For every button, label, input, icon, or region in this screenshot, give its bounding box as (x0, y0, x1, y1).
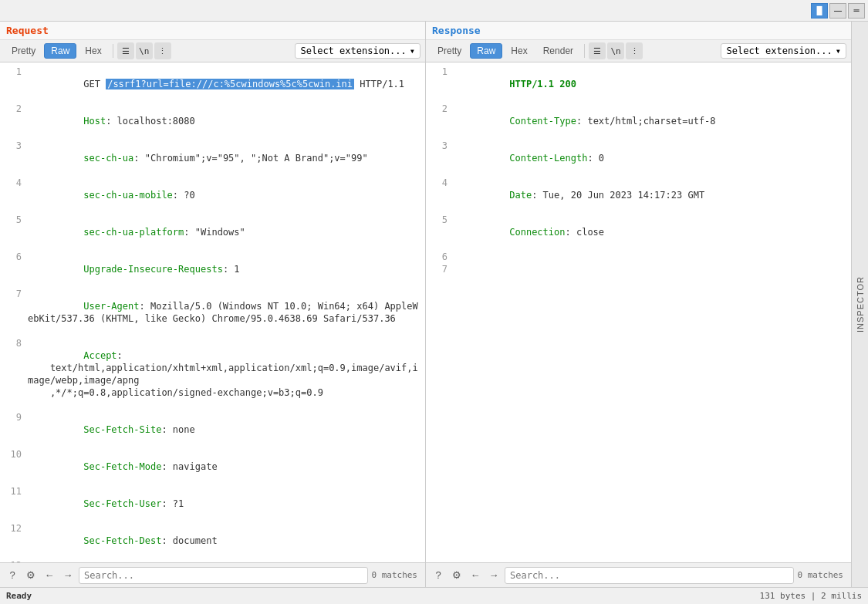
code-line: 3 sec-ch-ua: "Chromium";v="95", ";Not A … (0, 140, 425, 177)
inspector-sidebar[interactable]: INSPECTOR (851, 22, 868, 587)
code-line: 3 Content-Length: 0 (426, 140, 851, 177)
response-tab-raw[interactable]: Raw (470, 43, 502, 59)
inspector-label: INSPECTOR (856, 276, 865, 332)
request-tab-pretty[interactable]: Pretty (5, 43, 42, 59)
response-title: Response (426, 22, 851, 40)
code-line: 5 Connection: close (426, 214, 851, 251)
view-toggle-split[interactable]: ▐▌ (811, 3, 828, 19)
response-tab-pretty[interactable]: Pretty (431, 43, 468, 59)
status-right-info: 131 bytes | 2 millis (760, 591, 862, 601)
request-search-input[interactable] (79, 567, 368, 584)
request-search-settings-btn[interactable]: ⚙ (23, 568, 39, 583)
code-line: 5 sec-ch-ua-platform: "Windows" (0, 214, 425, 251)
top-bar: ▐▌ — ═ (0, 0, 868, 22)
request-search-bar: ? ⚙ ← → 0 matches (0, 562, 425, 587)
code-line: 8 Accept: text/html,application/xhtml+xm… (0, 337, 425, 411)
request-title: Request (0, 22, 425, 40)
code-line: 4 sec-ch-ua-mobile: ?0 (0, 177, 425, 214)
code-line: 11 Sec-Fetch-User: ?1 (0, 485, 425, 522)
request-tab-hex[interactable]: Hex (78, 43, 108, 59)
code-line: 9 Sec-Fetch-Site: none (0, 411, 425, 448)
response-ext-select[interactable]: Select extension... ▾ (721, 43, 846, 59)
view-toggle-horizontal[interactable]: — (829, 3, 846, 19)
response-menu-icon[interactable]: ⋮ (626, 42, 643, 59)
request-tab-raw[interactable]: Raw (44, 43, 76, 59)
list-icon[interactable]: ☰ (117, 42, 134, 59)
code-line: 1 HTTP/1.1 200 (426, 66, 851, 103)
code-line: 2 Content-Type: text/html;charset=utf-8 (426, 103, 851, 140)
response-search-half: ? ⚙ ← → 0 matches (426, 563, 851, 587)
response-tab-hex[interactable]: Hex (504, 43, 534, 59)
request-toolbar: Pretty Raw Hex ☰ \n ⋮ Select extension..… (0, 40, 425, 62)
request-search-help-btn[interactable]: ? (5, 568, 20, 583)
menu-icon[interactable]: ⋮ (154, 42, 171, 59)
response-newline-icon[interactable]: \n (607, 42, 624, 59)
code-line: 7 User-Agent: Mozilla/5.0 (Windows NT 10… (0, 288, 425, 337)
request-search-next-btn[interactable]: → (60, 568, 76, 583)
response-search-input[interactable] (505, 567, 794, 584)
toolbar-sep-1 (113, 44, 113, 58)
request-search-half: ? ⚙ ← → 0 matches (0, 563, 425, 587)
status-ready-text: Ready (6, 591, 32, 601)
response-search-prev-btn[interactable]: ← (468, 568, 483, 583)
code-line: 7 (426, 263, 851, 275)
request-matches-count: 0 matches (371, 570, 420, 580)
request-code-area: 1 GET /ssrf1?url=file:///c:%5cwindows%5c… (0, 62, 425, 562)
code-line: 12 Sec-Fetch-Dest: document (0, 522, 425, 559)
code-line: 2 Host: localhost:8080 (0, 103, 425, 140)
view-toggles: ▐▌ — ═ (811, 3, 865, 19)
response-toolbar: Pretty Raw Hex Render ☰ \n ⋮ Select exte… (426, 40, 851, 62)
newline-icon[interactable]: \n (136, 42, 153, 59)
request-panel: Request Pretty Raw Hex ☰ \n ⋮ Select ext… (0, 22, 426, 587)
response-code-area: 1 HTTP/1.1 200 2 Content-Type: text/html… (426, 62, 851, 562)
response-list-icon[interactable]: ☰ (589, 42, 606, 59)
response-search-settings-btn[interactable]: ⚙ (449, 568, 464, 583)
code-line: 6 Upgrade-Insecure-Requests: 1 (0, 251, 425, 288)
code-line: 10 Sec-Fetch-Mode: navigate (0, 448, 425, 485)
response-matches-count: 0 matches (797, 570, 846, 580)
code-line: 1 GET /ssrf1?url=file:///c:%5cwindows%5c… (0, 66, 425, 103)
toolbar-sep-2 (584, 44, 585, 58)
code-line: 4 Date: Tue, 20 Jun 2023 14:17:23 GMT (426, 177, 851, 214)
response-tab-render[interactable]: Render (536, 43, 580, 59)
response-search-help-btn[interactable]: ? (431, 568, 446, 583)
view-toggle-single[interactable]: ═ (848, 3, 865, 19)
status-bar: Ready 131 bytes | 2 millis (0, 587, 868, 604)
response-search-next-btn[interactable]: → (486, 568, 502, 583)
request-search-prev-btn[interactable]: ← (42, 568, 57, 583)
code-line: 6 (426, 251, 851, 263)
request-ext-select[interactable]: Select extension... ▾ (295, 43, 420, 59)
response-panel: Response Pretty Raw Hex Render ☰ \n ⋮ Se… (426, 22, 851, 587)
response-search-bar: ? ⚙ ← → 0 matches (426, 562, 851, 587)
